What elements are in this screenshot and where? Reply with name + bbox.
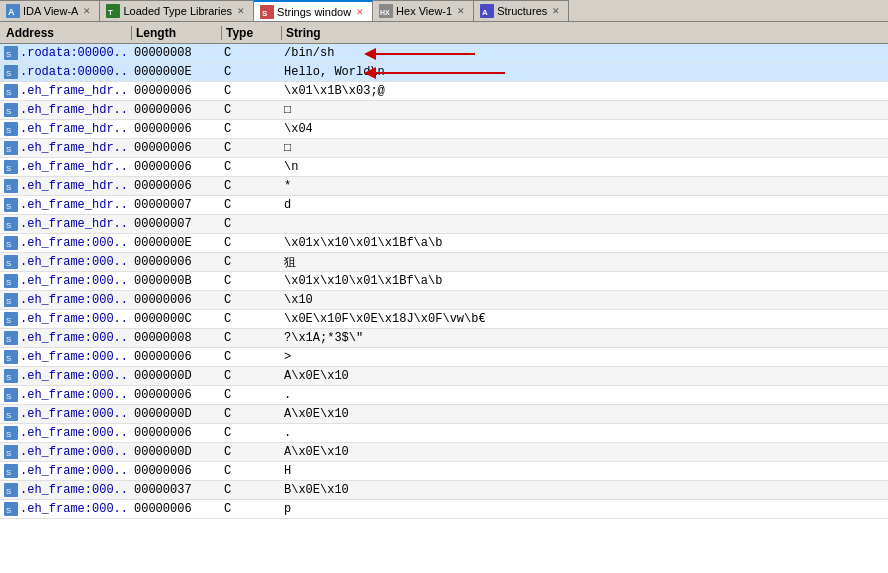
svg-text:T: T <box>108 8 113 17</box>
cell-length: 00000006 <box>130 464 220 478</box>
svg-text:S: S <box>6 88 11 97</box>
cell-type: C <box>220 217 280 231</box>
table-row[interactable]: S.eh_frame:000...00000006C. <box>0 386 888 405</box>
col-string[interactable]: String <box>282 26 886 40</box>
col-type[interactable]: Type <box>222 26 282 40</box>
row-icon: S <box>4 388 18 402</box>
cell-type: C <box>220 274 280 288</box>
table-row[interactable]: S.rodata:00000...0000000ECHello, World\n <box>0 63 888 82</box>
cell-length: 0000000E <box>130 236 220 250</box>
table-row[interactable]: S.eh_frame_hdr...00000006C\x01\x1B\x03;@ <box>0 82 888 101</box>
address-text: .eh_frame_hdr... <box>20 122 130 136</box>
address-text: .eh_frame:000... <box>20 274 130 288</box>
cell-address: S.eh_frame:000... <box>0 464 130 478</box>
cell-type: C <box>220 65 280 79</box>
tab-ida-view[interactable]: A IDA View-A ✕ <box>0 0 100 21</box>
cell-length: 0000000E <box>130 65 220 79</box>
cell-type: C <box>220 331 280 345</box>
cell-string: . <box>280 426 888 440</box>
cell-type: C <box>220 46 280 60</box>
table-row[interactable]: S.eh_frame:000...00000037CB\x0E\x10 <box>0 481 888 500</box>
cell-length: 00000006 <box>130 160 220 174</box>
ida-icon: A <box>6 4 20 18</box>
address-text: .eh_frame:000... <box>20 388 130 402</box>
cell-type: C <box>220 122 280 136</box>
table-row[interactable]: S.eh_frame:000...00000006Cp <box>0 500 888 519</box>
row-icon: S <box>4 426 18 440</box>
cell-length: 00000006 <box>130 122 220 136</box>
cell-string: ?\x1A;*3$\" <box>280 331 888 345</box>
table-row[interactable]: S.rodata:00000...00000008C/bin/sh <box>0 44 888 63</box>
struct-icon: A <box>480 4 494 18</box>
col-length[interactable]: Length <box>132 26 222 40</box>
cell-length: 0000000D <box>130 407 220 421</box>
tab-ida-view-close[interactable]: ✕ <box>81 5 93 17</box>
table-row[interactable]: S.eh_frame_hdr...00000006C□ <box>0 139 888 158</box>
table-row[interactable]: S.eh_frame:000...00000006C狙 <box>0 253 888 272</box>
cell-type: C <box>220 369 280 383</box>
tab-loaded-types[interactable]: T Loaded Type Libraries ✕ <box>100 0 254 21</box>
table-row[interactable]: S.eh_frame:000...0000000DCA\x0E\x10 <box>0 443 888 462</box>
cell-string: □ <box>280 103 888 117</box>
svg-text:S: S <box>6 316 11 325</box>
table-row[interactable]: S.eh_frame:000...0000000CC\x0E\x10F\x0E\… <box>0 310 888 329</box>
table-row[interactable]: S.eh_frame:000...00000006CH <box>0 462 888 481</box>
table-row[interactable]: S.eh_frame:000...0000000DCA\x0E\x10 <box>0 405 888 424</box>
address-text: .eh_frame:000... <box>20 255 130 269</box>
address-text: .rodata:00000... <box>20 65 130 79</box>
row-icon: S <box>4 65 18 79</box>
row-icon: S <box>4 103 18 117</box>
table-row[interactable]: S.eh_frame:000...00000006C\x10 <box>0 291 888 310</box>
table-row[interactable]: S.eh_frame_hdr...00000006C\x04 <box>0 120 888 139</box>
address-text: .eh_frame_hdr... <box>20 198 130 212</box>
address-text: .eh_frame:000... <box>20 236 130 250</box>
row-icon: S <box>4 141 18 155</box>
tab-hex-view[interactable]: HX Hex View-1 ✕ <box>373 0 474 21</box>
cell-address: S.eh_frame_hdr... <box>0 122 130 136</box>
table-row[interactable]: S.eh_frame_hdr...00000007C <box>0 215 888 234</box>
table-row[interactable]: S.eh_frame:000...0000000BC\x01x\x10\x01\… <box>0 272 888 291</box>
cell-length: 0000000D <box>130 369 220 383</box>
svg-text:S: S <box>6 373 11 382</box>
tab-structures-close[interactable]: ✕ <box>550 5 562 17</box>
table-row[interactable]: S.eh_frame:000...00000008C?\x1A;*3$\" <box>0 329 888 348</box>
cell-address: S.eh_frame:000... <box>0 407 130 421</box>
address-text: .rodata:00000... <box>20 46 130 60</box>
row-icon: S <box>4 255 18 269</box>
table-row[interactable]: S.eh_frame_hdr...00000006C\n <box>0 158 888 177</box>
tab-strings-window[interactable]: S Strings window ✕ <box>254 0 373 21</box>
cell-string: \n <box>280 160 888 174</box>
cell-length: 00000006 <box>130 141 220 155</box>
svg-text:S: S <box>6 69 11 78</box>
svg-text:S: S <box>6 126 11 135</box>
table-row[interactable]: S.eh_frame:000...00000006C. <box>0 424 888 443</box>
row-icon: S <box>4 46 18 60</box>
cell-address: S.eh_frame:000... <box>0 388 130 402</box>
table-row[interactable]: S.eh_frame:000...0000000DCA\x0E\x10 <box>0 367 888 386</box>
tab-loaded-types-close[interactable]: ✕ <box>235 5 247 17</box>
svg-text:S: S <box>6 411 11 420</box>
strings-table[interactable]: S.rodata:00000...00000008C/bin/shS.rodat… <box>0 44 888 573</box>
table-row[interactable]: S.eh_frame_hdr...00000006C□ <box>0 101 888 120</box>
table-row[interactable]: S.eh_frame_hdr...00000006C* <box>0 177 888 196</box>
cell-string: □ <box>280 141 888 155</box>
tab-hex-view-close[interactable]: ✕ <box>455 5 467 17</box>
cell-length: 00000006 <box>130 388 220 402</box>
table-row[interactable]: S.eh_frame:000...00000006C> <box>0 348 888 367</box>
col-address[interactable]: Address <box>2 26 132 40</box>
svg-text:S: S <box>6 278 11 287</box>
cell-length: 00000007 <box>130 198 220 212</box>
cell-address: S.rodata:00000... <box>0 46 130 60</box>
svg-text:HX: HX <box>380 9 390 16</box>
svg-text:S: S <box>6 297 11 306</box>
cell-string: \x10 <box>280 293 888 307</box>
cell-address: S.eh_frame:000... <box>0 502 130 516</box>
column-header: Address Length Type String <box>0 22 888 44</box>
tab-strings-window-close[interactable]: ✕ <box>354 6 366 18</box>
address-text: .eh_frame:000... <box>20 483 130 497</box>
table-row[interactable]: S.eh_frame:000...0000000EC\x01x\x10\x01\… <box>0 234 888 253</box>
table-row[interactable]: S.eh_frame_hdr...00000007Cd <box>0 196 888 215</box>
svg-text:S: S <box>6 50 11 59</box>
cell-address: S.eh_frame_hdr... <box>0 179 130 193</box>
tab-structures[interactable]: A Structures ✕ <box>474 0 569 21</box>
